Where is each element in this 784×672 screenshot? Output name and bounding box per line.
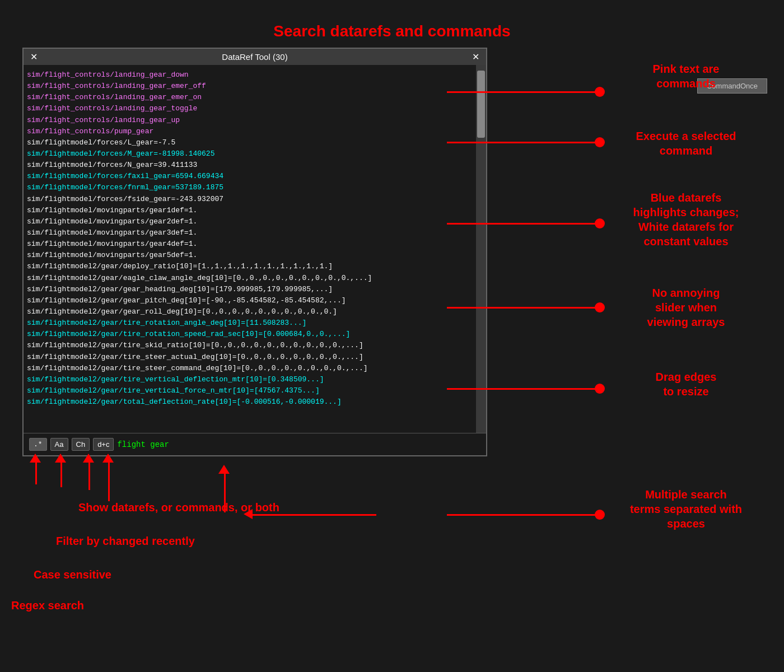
window-title: DataRef Tool (30): [222, 52, 287, 62]
arrow-line-pink: [447, 91, 604, 93]
annotation-drag: Drag edges to resize: [605, 370, 767, 399]
arrow-line-blue: [447, 223, 604, 225]
window-titlebar: ✕ DataRef Tool (30) ✕: [24, 49, 486, 65]
content-area: sim/flight_controls/landing_gear_downsim…: [24, 65, 486, 433]
list-item: sim/flightmodel/forces/N_gear=39.411133: [27, 160, 473, 171]
list-item: sim/flightmodel2/gear/tire_rotation_angl…: [27, 318, 473, 329]
search-input[interactable]: [117, 440, 480, 449]
arrow-line-regex-1: [35, 459, 37, 484]
annotation-blue: Blue datarefs highlights changes; White …: [605, 190, 767, 249]
close-right-button[interactable]: ✕: [472, 52, 479, 62]
annotation-execute: Execute a selected command: [605, 129, 767, 158]
list-item: sim/flightmodel2/gear/tire_rotation_spee…: [27, 329, 473, 340]
list-item: sim/flightmodel2/gear/gear_pitch_deg[10]…: [27, 295, 473, 306]
changed-filter-button[interactable]: Ch: [72, 438, 90, 451]
arrow-line-drag: [447, 388, 604, 390]
arrow-line-case-1: [60, 459, 62, 487]
scrollbar[interactable]: [476, 65, 486, 433]
annotation-slider: No annoying slider when viewing arrays: [605, 286, 767, 329]
list-item: sim/flightmodel2/gear/tire_steer_actual_…: [27, 352, 473, 363]
list-item: sim/flight_controls/landing_gear_down: [27, 69, 473, 81]
list-item: sim/flightmodel/forces/M_gear=-81998.140…: [27, 148, 473, 160]
list-item: sim/flightmodel2/gear/gear_heading_deg[1…: [27, 284, 473, 295]
arrow-head-case: [55, 454, 66, 463]
list-item: sim/flightmodel2/gear/tire_skid_ratio[10…: [27, 340, 473, 351]
type-filter-button[interactable]: d+c: [93, 438, 114, 451]
page-title: Search datarefs and commands: [0, 6, 784, 52]
arrow-line-multi-bottom: [224, 470, 226, 512]
regex-button[interactable]: .*: [29, 438, 47, 451]
annotation-pink-text: Pink text are commands: [605, 62, 767, 91]
arrow-line-changed-1: [88, 459, 90, 490]
case-sensitive-button[interactable]: Aa: [50, 438, 68, 451]
list-item: sim/flightmodel/movingparts/gear2def=1.: [27, 216, 473, 227]
list-item: sim/flightmodel2/gear/tire_vertical_defl…: [27, 374, 473, 385]
annotation-regex: Regex search: [11, 599, 84, 612]
arrow-line-execute: [447, 142, 604, 143]
list-item: sim/flightmodel/movingparts/gear3def=1.: [27, 227, 473, 239]
arrow-line-slider: [447, 307, 604, 309]
list-item: sim/flightmodel/movingparts/gear1def=1.: [27, 205, 473, 216]
list-item: sim/flight_controls/pump_gear: [27, 126, 473, 137]
arrow-line-multiple: [447, 514, 604, 516]
list-item: sim/flightmodel/movingparts/gear5def=1.: [27, 250, 473, 261]
list-item: sim/flightmodel2/gear/total_deflection_r…: [27, 396, 473, 408]
annotation-multiple: Multiple search terms separated with spa…: [605, 487, 767, 531]
list-item: sim/flightmodel/forces/fside_gear=-243.9…: [27, 194, 473, 205]
list-item: sim/flightmodel/forces/L_gear=-7.5: [27, 137, 473, 148]
list-item: sim/flightmodel/movingparts/gear4def=1.: [27, 239, 473, 250]
list-item: sim/flight_controls/landing_gear_up: [27, 115, 473, 126]
list-item: sim/flightmodel/forces/fnrml_gear=537189…: [27, 182, 473, 193]
list-item: sim/flightmodel2/gear/tire_vertical_forc…: [27, 385, 473, 396]
annotation-show: Show datarefs, or commands, or both: [78, 501, 279, 514]
list-item: sim/flight_controls/landing_gear_emer_of…: [27, 81, 473, 92]
arrow-head-changed: [83, 454, 94, 463]
search-bar: .* Aa Ch d+c: [24, 433, 486, 455]
dataref-window: ✕ DataRef Tool (30) ✕ sim/flight_control…: [22, 48, 487, 456]
arrow-head-regex: [30, 454, 41, 463]
data-list: sim/flight_controls/landing_gear_downsim…: [24, 65, 476, 433]
list-item: sim/flightmodel2/gear/tire_steer_command…: [27, 363, 473, 374]
list-item: sim/flightmodel2/gear/eagle_claw_angle_d…: [27, 273, 473, 284]
annotation-case: Case sensitive: [34, 568, 111, 581]
close-left-button[interactable]: ✕: [30, 52, 38, 62]
arrow-head-multi-bottom: [218, 465, 230, 474]
arrow-head-show: [102, 454, 114, 463]
list-item: sim/flight_controls/landing_gear_toggle: [27, 103, 473, 114]
list-item: sim/flightmodel2/gear/deploy_ratio[10]=[…: [27, 261, 473, 272]
arrow-line-show-1: [108, 459, 110, 501]
arrow-line-search-bar: [246, 514, 376, 516]
annotation-filter: Filter by changed recently: [56, 535, 195, 548]
scrollbar-thumb[interactable]: [477, 71, 485, 138]
list-item: sim/flightmodel/forces/faxil_gear=6594.6…: [27, 171, 473, 182]
list-item: sim/flight_controls/landing_gear_emer_on: [27, 92, 473, 103]
list-item: sim/flightmodel2/gear/gear_roll_deg[10]=…: [27, 306, 473, 318]
